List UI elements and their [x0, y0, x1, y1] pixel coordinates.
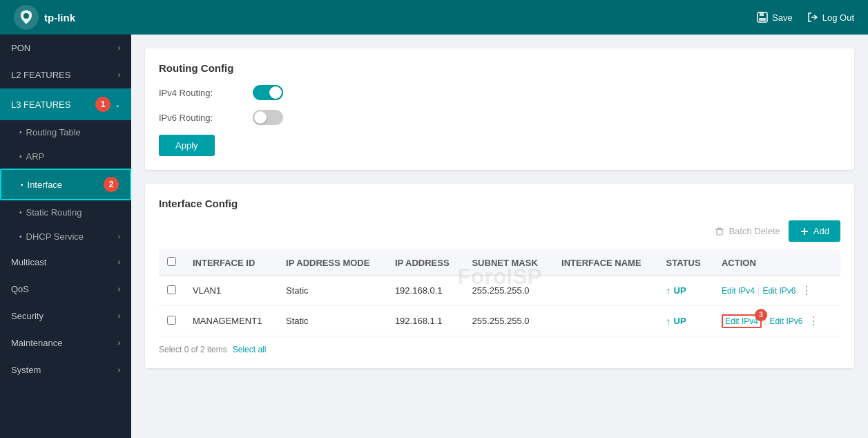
sidebar-item-l3features[interactable]: L3 FEATURES 1 ⌄ — [0, 88, 131, 120]
app-header: tp-link Save Log Out — [0, 0, 868, 35]
col-action: ACTION — [713, 250, 840, 276]
main-layout: PON › L2 FEATURES › L3 FEATURES 1 ⌄ • Ro… — [0, 35, 868, 438]
cell-subnet: 255.255.255.0 — [463, 306, 553, 336]
logo: tp-link — [14, 5, 75, 30]
routing-config-card: Routing Config IPv4 Routing: IPv6 Routin… — [145, 48, 854, 170]
chevron-right-icon: › — [118, 44, 120, 52]
more-options-button[interactable]: ⋮ — [798, 283, 815, 298]
bullet-icon: • — [21, 181, 23, 189]
batch-delete-button[interactable]: Batch Delete — [715, 226, 780, 236]
ipv4-routing-row: IPv4 Routing: — [159, 85, 840, 100]
sidebar-item-qos-label: QoS — [11, 284, 29, 294]
cell-status: ↑ UP — [658, 276, 713, 306]
save-button[interactable]: Save — [756, 11, 793, 23]
sidebar-item-l2features[interactable]: L2 FEATURES › — [0, 61, 131, 88]
chevron-right-icon: › — [118, 71, 120, 79]
cell-name — [553, 276, 658, 306]
sidebar-item-system[interactable]: System › — [0, 356, 131, 383]
logout-icon — [807, 11, 819, 23]
chevron-right-icon: › — [118, 366, 120, 374]
sidebar-item-qos[interactable]: QoS › — [0, 276, 131, 303]
header-actions: Save Log Out — [756, 11, 854, 23]
logout-button[interactable]: Log Out — [807, 11, 854, 23]
action-badge: 3 — [755, 309, 767, 321]
chevron-right-icon: › — [118, 285, 120, 293]
table-footer: Select 0 of 2 items Select all — [159, 345, 840, 354]
sidebar-sub-arp[interactable]: • ARP — [0, 144, 131, 169]
svg-point-1 — [23, 13, 29, 19]
svg-rect-4 — [759, 18, 766, 21]
status-text: UP — [674, 285, 686, 296]
cell-action: Edit IPv4 3 | Edit IPv6 ⋮ — [713, 306, 840, 336]
col-interface-name: INTERFACE NAME — [553, 250, 658, 276]
cell-ip: 192.168.1.1 — [387, 306, 464, 336]
separator: | — [758, 285, 760, 296]
routing-table-label: Routing Table — [26, 127, 81, 137]
row-checkbox[interactable] — [167, 285, 176, 294]
logo-text: tp-link — [44, 12, 75, 23]
sidebar-item-l2features-label: L2 FEATURES — [11, 70, 70, 80]
select-count: Select 0 of 2 items — [159, 345, 227, 354]
add-label: Add — [813, 226, 829, 236]
cell-mode: Static — [278, 276, 387, 306]
ipv6-toggle[interactable] — [253, 110, 283, 125]
interface-table: INTERFACE ID IP ADDRESS MODE IP ADDRESS … — [159, 250, 840, 336]
cell-status: ↑ UP — [658, 306, 713, 336]
sidebar-item-pon[interactable]: PON › — [0, 35, 131, 61]
arp-label: ARP — [26, 151, 45, 162]
bullet-icon: • — [19, 153, 22, 160]
add-button[interactable]: Add — [789, 220, 840, 242]
sidebar-item-multicast[interactable]: Multicast › — [0, 249, 131, 276]
sidebar-sub-dhcp-service[interactable]: • DHCP Service › — [0, 225, 131, 249]
sidebar-item-pon-label: PON — [11, 43, 30, 53]
sidebar-item-security-label: Security — [11, 311, 44, 321]
cell-interface-id: MANAGEMENT1 — [184, 306, 278, 336]
ipv6-label: IPv6 Routing: — [159, 113, 242, 123]
col-ip-address: IP ADDRESS — [387, 250, 464, 276]
col-status: STATUS — [658, 250, 713, 276]
status-up-icon: ↑ — [666, 316, 671, 327]
bullet-icon: • — [19, 209, 22, 216]
sidebar-sub-static-routing[interactable]: • Static Routing — [0, 200, 131, 225]
cell-action: Edit IPv4 | Edit IPv6 ⋮ — [713, 276, 840, 306]
svg-rect-3 — [760, 12, 764, 16]
apply-button[interactable]: Apply — [159, 135, 215, 156]
select-all-link[interactable]: Select all — [233, 345, 267, 354]
bullet-icon: • — [19, 233, 22, 240]
action-links: Edit IPv4 | Edit IPv6 ⋮ — [722, 283, 832, 298]
edit-ipv6-link[interactable]: Edit IPv6 — [762, 286, 795, 296]
edit-ipv4-link-highlighted[interactable]: Edit IPv4 3 — [722, 314, 762, 328]
status-up-icon: ↑ — [666, 285, 671, 296]
edit-ipv4-link[interactable]: Edit IPv4 — [722, 286, 755, 296]
sidebar-sub-routing-table[interactable]: • Routing Table — [0, 120, 131, 144]
col-subnet-mask: SUBNET MASK — [463, 250, 553, 276]
content-area: Routing Config IPv4 Routing: IPv6 Routin… — [131, 35, 868, 438]
sidebar: PON › L2 FEATURES › L3 FEATURES 1 ⌄ • Ro… — [0, 35, 131, 438]
action-links: Edit IPv4 3 | Edit IPv6 ⋮ — [722, 313, 832, 329]
edit-ipv6-link[interactable]: Edit IPv6 — [769, 316, 802, 326]
status-text: UP — [674, 316, 686, 326]
ipv4-toggle[interactable] — [253, 85, 283, 100]
sidebar-item-system-label: System — [11, 365, 41, 375]
save-label: Save — [772, 12, 793, 23]
cell-interface-id: VLAN1 — [184, 276, 278, 306]
select-all-checkbox[interactable] — [167, 257, 176, 266]
chevron-right-icon: › — [118, 312, 120, 320]
ipv4-label: IPv4 Routing: — [159, 88, 242, 98]
col-ip-address-mode: IP ADDRESS MODE — [278, 250, 387, 276]
sidebar-sub-interface[interactable]: • Interface 2 — [0, 169, 131, 200]
sidebar-item-multicast-label: Multicast — [11, 257, 46, 267]
more-options-button[interactable]: ⋮ — [805, 313, 822, 329]
interface-toolbar: Batch Delete Add — [159, 220, 840, 242]
row-checkbox[interactable] — [167, 316, 176, 325]
col-interface-id: INTERFACE ID — [184, 250, 278, 276]
sidebar-item-security[interactable]: Security › — [0, 303, 131, 330]
tp-link-logo-icon — [14, 5, 39, 30]
chevron-right-icon: › — [118, 233, 120, 240]
cell-subnet: 255.255.255.0 — [463, 276, 553, 306]
routing-config-title: Routing Config — [159, 62, 840, 74]
table-header-row: INTERFACE ID IP ADDRESS MODE IP ADDRESS … — [159, 250, 840, 276]
sidebar-item-maintenance-label: Maintenance — [11, 338, 62, 348]
l3features-badge: 1 — [95, 97, 110, 112]
sidebar-item-maintenance[interactable]: Maintenance › — [0, 330, 131, 356]
